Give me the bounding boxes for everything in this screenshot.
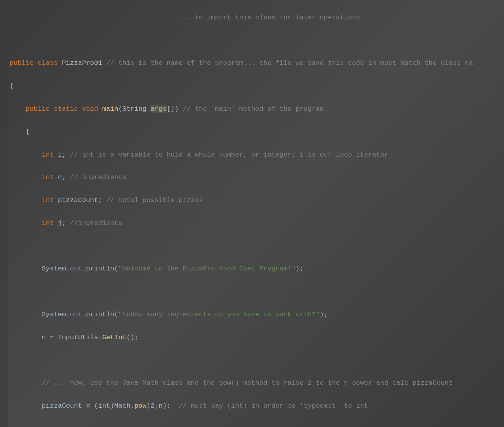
code-line: int n; // ingredients — [9, 172, 504, 183]
system: System — [42, 311, 66, 318]
paren-close: (); — [126, 334, 139, 341]
pow-args: (2,n) — [147, 402, 167, 410]
code-line: public class PizzaPro01 // this is the n… — [9, 58, 504, 69]
paren-close: ); — [320, 311, 328, 318]
comment-text: // int is a variable to hold a whole num… — [70, 151, 388, 159]
comment-text: // must say (int) in order to 'typecast'… — [179, 402, 368, 410]
code-line: // ... now, use the Java Math class and … — [9, 378, 504, 389]
pow: pow — [134, 402, 147, 410]
code-line: public static void main(String args[]) /… — [9, 104, 504, 115]
code-line — [9, 35, 504, 47]
dot: . — [66, 311, 70, 318]
gutter — [0, 0, 8, 427]
code-line: int pizzaCount; // total possible pizzas — [9, 195, 504, 206]
keyword-void: void — [82, 105, 98, 113]
comment-text: ... to import this class for later opera… — [179, 14, 372, 21]
out-field: out — [70, 265, 82, 272]
var-pizzacount: pizzaCount — [58, 196, 98, 204]
code-area[interactable]: ... to import this class for later opera… — [8, 0, 504, 427]
semicolon: ; — [98, 196, 102, 204]
main-params: []) — [167, 105, 179, 113]
main-params: (String — [118, 105, 150, 113]
code-line: { — [9, 81, 504, 92]
getint: GetInt — [102, 334, 126, 341]
paren-close: ); — [295, 265, 303, 272]
semicolon: ; — [62, 174, 66, 181]
math: Math — [114, 402, 130, 410]
keyword-static: static — [54, 105, 78, 113]
keyword-public: public — [26, 105, 50, 113]
comment-text: // this is the name of the program... th… — [106, 59, 473, 67]
println: println — [86, 265, 114, 272]
code-line: ... to import this class for later opera… — [9, 12, 504, 24]
dot: . — [82, 311, 86, 318]
paren: ( — [114, 265, 118, 272]
semicolon: ; — [167, 402, 171, 410]
paren: ( — [114, 311, 118, 318]
comment-text: // the 'main' method of the program — [183, 105, 324, 113]
var-i: i — [58, 151, 62, 159]
keyword-class: class — [38, 59, 58, 67]
class-name: PizzaPro01 — [62, 59, 102, 67]
cast: (int) — [94, 402, 114, 410]
string-literal: "Welcome to the PizzaPro Food Cost Progr… — [118, 265, 295, 272]
system: System — [42, 265, 66, 272]
param-args: args — [150, 105, 167, 113]
code-line: { — [9, 127, 504, 138]
code-line — [9, 241, 504, 252]
dot: . — [98, 334, 102, 341]
keyword-int: int — [42, 151, 54, 159]
comment-text: // total possible pizzas — [106, 196, 203, 204]
keyword-public: public — [9, 59, 34, 67]
keyword-int: int — [42, 219, 54, 227]
eq: = — [82, 402, 94, 410]
string-literal: "\nHow many ingredients do you have to w… — [118, 311, 320, 318]
code-editor[interactable]: ... to import this class for later opera… — [0, 0, 504, 427]
comment-text: // ingredients — [70, 174, 126, 181]
code-line: int j; //ingredients — [9, 218, 504, 229]
code-line: pizzaCount = (int)Math.pow(2,n); // must… — [9, 401, 504, 412]
dot: . — [66, 265, 70, 272]
var-n: n — [58, 174, 62, 181]
code-line — [9, 355, 504, 367]
var-pizzacount: pizzaCount — [42, 402, 82, 410]
brace-open: { — [9, 82, 13, 90]
dot: . — [82, 265, 86, 272]
semicolon: ; — [62, 151, 66, 159]
n-assign: n = — [42, 334, 58, 341]
println: println — [86, 311, 114, 318]
code-line — [9, 423, 504, 427]
code-line: int i; // int is a variable to hold a wh… — [9, 149, 504, 161]
brace-open: { — [26, 128, 30, 136]
code-line: System.out.println("Welcome to the Pizza… — [9, 263, 504, 275]
comment-text: //ingredients — [70, 219, 122, 227]
var-j: j — [58, 219, 62, 227]
keyword-int: int — [42, 174, 54, 181]
out-field: out — [70, 311, 82, 318]
comment-text: // ... now, use the Java Math class and … — [42, 379, 453, 387]
semicolon: ; — [62, 219, 66, 227]
code-line: n = InputUtils.GetInt(); — [9, 332, 504, 344]
dot: . — [130, 402, 134, 410]
code-line: System.out.println("\nHow many ingredien… — [9, 309, 504, 321]
inpututils: InputUtils — [58, 334, 98, 341]
keyword-int: int — [42, 196, 54, 204]
code-line — [9, 286, 504, 298]
method-main: main — [102, 105, 118, 113]
